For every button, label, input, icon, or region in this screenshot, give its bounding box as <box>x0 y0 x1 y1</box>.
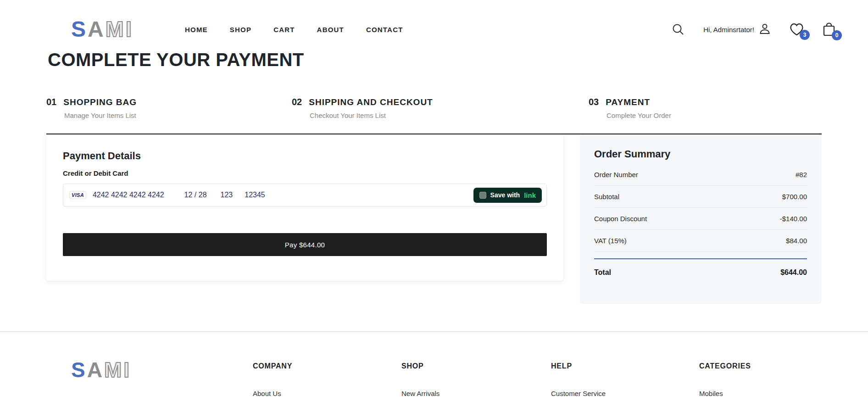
card-number-field[interactable]: 4242 4242 4242 4242 <box>93 191 164 199</box>
summary-total-label: Total <box>594 268 611 277</box>
footer-logo[interactable]: SAMI <box>71 359 131 380</box>
summary-total-row: Total $644.00 <box>594 268 807 277</box>
summary-label: Order Number <box>594 171 638 178</box>
cart-button[interactable]: 0 <box>822 22 836 37</box>
step-payment: 03 PAYMENT Complete Your Order <box>589 97 671 119</box>
order-summary-card: Order Summary Order Number #82 Subtotal … <box>579 134 822 304</box>
footer-column-help: HELP Customer Service <box>551 362 606 397</box>
step-title: SHOPPING BAG <box>63 97 137 107</box>
summary-value: $700.00 <box>782 193 807 201</box>
summary-label: Coupon Discount <box>594 215 647 223</box>
footer-link-about-us[interactable]: About Us <box>253 390 292 397</box>
nav-item-home[interactable]: HOME <box>185 26 208 33</box>
nav-item-cart[interactable]: CART <box>273 26 295 33</box>
logo-letter: M <box>104 358 123 382</box>
logo-letter: A <box>88 17 106 41</box>
step-subtitle: Manage Your Items List <box>64 112 137 119</box>
pay-button[interactable]: Pay $644.00 <box>63 233 547 256</box>
wishlist-count-badge: 3 <box>800 30 810 40</box>
footer-column-shop: SHOP New Arrivals <box>401 362 440 397</box>
page-title: COMPLETE YOUR PAYMENT <box>48 50 868 70</box>
footer-link-new-arrivals[interactable]: New Arrivals <box>401 390 440 397</box>
footer-heading: CATEGORIES <box>699 362 751 370</box>
checkout-main: Payment Details Credit or Debit Card VIS… <box>46 134 822 304</box>
summary-row-coupon-discount: Coupon Discount -$140.00 <box>594 208 807 230</box>
footer-heading: HELP <box>551 362 606 370</box>
save-with-link-checkbox[interactable] <box>479 192 486 199</box>
link-brand-label: link <box>524 191 536 199</box>
step-number: 01 <box>46 97 56 107</box>
card-postal-field[interactable]: 12345 <box>245 191 265 199</box>
header-actions: Hi, Adminsrtator! 3 <box>671 22 836 37</box>
payment-method-label: Credit or Debit Card <box>63 169 547 177</box>
step-title: PAYMENT <box>606 97 650 107</box>
card-input-row[interactable]: VISA 4242 4242 4242 4242 12 / 28 123 123… <box>63 184 547 206</box>
logo-letter: S <box>71 358 87 382</box>
footer-heading: COMPANY <box>253 362 292 370</box>
card-expiry-field[interactable]: 12 / 28 <box>184 191 207 199</box>
step-shopping-bag: 01 SHOPPING BAG Manage Your Items List <box>46 97 137 119</box>
nav-item-contact[interactable]: CONTACT <box>366 26 403 33</box>
account-button[interactable]: Hi, Adminsrtator! <box>703 22 771 37</box>
wishlist-button[interactable]: 3 <box>790 23 804 36</box>
visa-icon: VISA <box>69 191 86 199</box>
logo-letter: M <box>106 17 126 41</box>
summary-row-order-number: Order Number #82 <box>594 164 807 186</box>
logo-letter: I <box>126 17 134 41</box>
summary-value: $84.00 <box>786 237 807 245</box>
search-icon <box>671 22 685 36</box>
footer-heading: SHOP <box>401 362 440 370</box>
step-number: 03 <box>589 97 599 107</box>
summary-label: Subtotal <box>594 193 619 201</box>
summary-row-vat: VAT (15%) $84.00 <box>594 230 807 252</box>
save-with-link-label: Save with <box>490 191 520 199</box>
save-with-link-button[interactable]: Save with link <box>473 188 542 203</box>
account-greeting: Hi, Adminsrtator! <box>703 26 754 33</box>
summary-total-value: $644.00 <box>780 268 807 277</box>
payment-details-card: Payment Details Credit or Debit Card VIS… <box>46 134 563 281</box>
footer-column-company: COMPANY About Us <box>253 362 292 397</box>
step-number: 02 <box>292 97 302 107</box>
nav-item-about[interactable]: ABOUT <box>317 26 344 33</box>
summary-value: -$140.00 <box>780 215 807 223</box>
step-subtitle: Checkout Your Items List <box>310 112 433 119</box>
step-title: SHIPPING AND CHECKOUT <box>309 97 433 107</box>
payment-details-title: Payment Details <box>63 150 547 162</box>
site-header: SAMI HOME SHOP CART ABOUT CONTACT Hi, Ad… <box>0 0 868 48</box>
logo-letter: A <box>87 358 104 382</box>
site-footer: SAMI COMPANY About Us SHOP New Arrivals … <box>0 331 868 401</box>
logo-letter: S <box>71 17 88 41</box>
order-summary-title: Order Summary <box>594 148 807 160</box>
summary-value: #82 <box>796 171 807 178</box>
footer-link-mobiles[interactable]: Mobiles <box>699 390 751 397</box>
logo-letter: I <box>123 358 131 382</box>
footer-column-categories: CATEGORIES Mobiles <box>699 362 751 397</box>
footer-link-customer-service[interactable]: Customer Service <box>551 390 606 397</box>
user-icon <box>758 22 771 37</box>
summary-total-divider <box>594 258 807 259</box>
summary-label: VAT (15%) <box>594 237 627 245</box>
main-nav: HOME SHOP CART ABOUT CONTACT <box>185 26 403 33</box>
site-logo[interactable]: SAMI <box>71 18 134 40</box>
step-subtitle: Complete Your Order <box>606 112 671 119</box>
checkout-steps: 01 SHOPPING BAG Manage Your Items List 0… <box>46 97 822 127</box>
search-button[interactable] <box>671 22 685 36</box>
card-cvc-field[interactable]: 123 <box>221 191 233 199</box>
cart-count-badge: 0 <box>832 30 842 40</box>
step-shipping-checkout: 02 SHIPPING AND CHECKOUT Checkout Your I… <box>292 97 433 119</box>
summary-row-subtotal: Subtotal $700.00 <box>594 186 807 208</box>
nav-item-shop[interactable]: SHOP <box>230 26 251 33</box>
